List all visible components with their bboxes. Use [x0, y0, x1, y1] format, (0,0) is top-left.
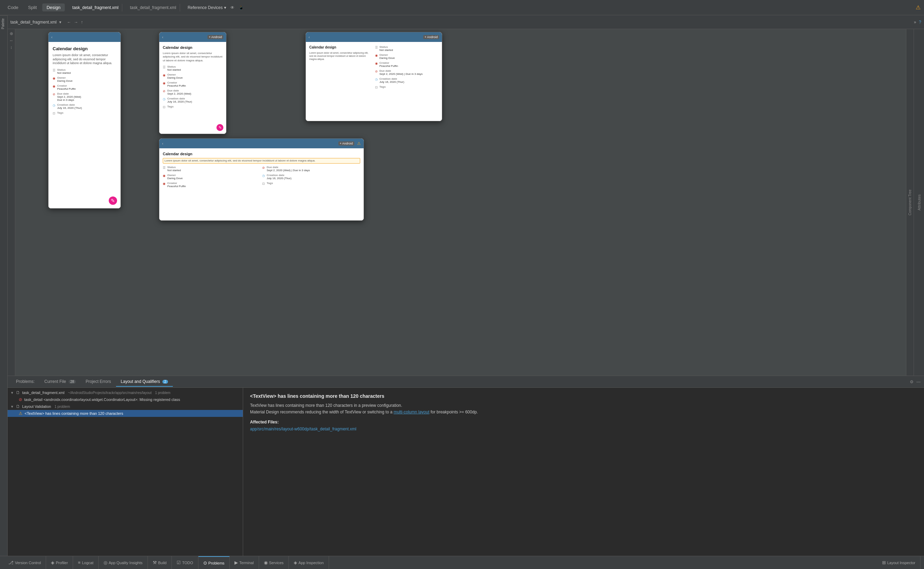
phone2-badge: + Android	[208, 35, 223, 39]
status-build[interactable]: ⚒ Build	[148, 556, 172, 569]
phone1-due-value: Sept 2, 2020 (Wed)	[57, 95, 81, 99]
file-item-2[interactable]: ▼ 🗋 Layout Validation 1 problem	[8, 403, 243, 410]
status-todo[interactable]: ☑ TODO	[172, 556, 199, 569]
nav-back-icon[interactable]: ←	[67, 20, 71, 24]
problems-panel: Problems: Current File 28 Project Errors…	[8, 376, 924, 556]
p2-status-value: Not started	[167, 68, 181, 72]
pan-v-icon[interactable]: ↕	[11, 45, 12, 50]
problems-content: ▼ 🗋 task_detail_fragment.xml ~/AndroidSt…	[8, 388, 924, 556]
help-icon[interactable]: ?	[919, 20, 921, 24]
p3-status-value: Not started	[379, 49, 393, 52]
phone1-back-arrow[interactable]: ‹	[51, 35, 52, 39]
profiler-icon: ◈	[51, 560, 55, 565]
file-name-2: Layout Validation	[22, 405, 51, 409]
nav-up-icon[interactable]: ↑	[81, 20, 83, 24]
file-tab-2[interactable]: task_detail_fragment.xml	[126, 4, 180, 11]
tags-icon: ⊡	[53, 112, 55, 115]
component-tree-label[interactable]: Component Tree	[908, 190, 912, 216]
tab-project-errors[interactable]: Project Errors	[81, 377, 116, 387]
p2-due-value: Sept 2, 2020 (Wed)	[167, 92, 191, 95]
creator-icon: ◉	[53, 85, 55, 88]
view-mode-tabs: Code Split Design	[3, 3, 65, 11]
phone2-back: ‹	[162, 35, 163, 39]
status-profiler[interactable]: ◈ Profiler	[46, 556, 73, 569]
phone2-status-row: ☰ Status Not started	[163, 65, 223, 72]
phone1-due-label: Due date	[57, 92, 81, 95]
status-terminal[interactable]: ▶ Terminal	[230, 556, 259, 569]
main-row: Palette task_detail_fragment.xml ▾ ← → ↑…	[0, 15, 924, 556]
problems-icon: ⊙	[203, 560, 207, 566]
phone1-owner-row: ◉ Owner Daring Dove	[53, 76, 116, 82]
eye-icon[interactable]: 👁	[230, 5, 234, 10]
p4-creation-label: Creation date	[267, 173, 291, 177]
tab-current-file[interactable]: Current File 28	[39, 377, 81, 387]
palette-tab[interactable]: Palette	[0, 15, 7, 32]
expand-icon-1: ▼	[11, 391, 14, 395]
status-logcat[interactable]: ≡ Logcat	[73, 556, 99, 569]
p2-creator-icon: ◉	[163, 81, 165, 85]
collapse-icon[interactable]: —	[916, 379, 921, 384]
phone1-tags-row: ⊡ Tags	[53, 111, 116, 115]
p3-creator-icon: ◉	[375, 62, 378, 65]
design-tab[interactable]: Design	[42, 3, 64, 11]
file-tab-1[interactable]: task_detail_fragment.xml	[69, 4, 122, 11]
phone4-back: ‹	[162, 142, 163, 146]
app-inspection-icon: ◈	[294, 560, 297, 565]
detail-title: <TextView> has lines containing more tha…	[250, 393, 917, 399]
phone-mockup-4: ‹ + Android ⚠ Calendar design Lorem ipsu…	[159, 138, 364, 221]
phone1-status-row: ☰ Status Not started	[53, 68, 116, 75]
pan-h-icon[interactable]: ↔	[9, 38, 14, 43]
problems-tabs-bar: Problems: Current File 28 Project Errors…	[8, 376, 924, 388]
phone1-creator-row: ◉ Creator Peaceful Puffin	[53, 84, 116, 90]
attributes-label[interactable]: Attributes	[917, 195, 921, 210]
tab-layout-qualifiers[interactable]: Layout and Qualifiers 2	[116, 377, 173, 387]
nav-fwd-icon[interactable]: →	[74, 20, 78, 24]
profiler-label: Profiler	[56, 561, 68, 565]
status-bar: ⎇ Version Control ◈ Profiler ≡ Logcat ◎ …	[0, 556, 924, 569]
reference-devices-button[interactable]: Reference Devices ▾	[188, 5, 226, 10]
detail-affected-file[interactable]: app/src/main/res/layout-w600dp/task_deta…	[250, 427, 917, 431]
multi-column-link[interactable]: multi-column layout	[393, 409, 429, 414]
status-app-inspection[interactable]: ◈ App Inspection	[289, 556, 329, 569]
file-path-1: ~/AndroidStudioProjects/trackr/app/src/m…	[68, 391, 152, 395]
phone1-header: ‹	[49, 32, 120, 42]
p4-tags-label: Tags	[267, 182, 273, 185]
status-problems[interactable]: ⊙ Problems	[199, 556, 230, 569]
prob-child-1[interactable]: ⊘ task_detail <androidx.coordinatorlayou…	[8, 396, 243, 403]
status-version-control[interactable]: ⎇ Version Control	[3, 556, 46, 569]
phone3-owner-row: ◉ Owner Daring Dove	[375, 53, 439, 59]
phone2-creator-row: ◉ Creator Peaceful Puffin	[163, 81, 223, 87]
design-canvas: ‹ Calendar design Lorem ipsum dolor sit …	[15, 29, 906, 376]
owner-icon: ◉	[53, 77, 55, 80]
more-actions-icon[interactable]: »	[914, 20, 916, 24]
detail-affected-label: Affected Files:	[250, 420, 917, 424]
status-services[interactable]: ◉ Services	[259, 556, 289, 569]
code-tab[interactable]: Code	[3, 3, 23, 11]
file-item-1[interactable]: ▼ 🗋 task_detail_fragment.xml ~/AndroidSt…	[8, 389, 243, 396]
settings-icon[interactable]: ⚙	[910, 379, 913, 384]
phone1-tags-label: Tags	[57, 111, 64, 114]
status-layout-inspector[interactable]: ⊞ Layout Inspector	[877, 556, 921, 569]
p2-due-icon: ⊘	[163, 90, 165, 93]
phone1-creation-row: ◷ Creation date July 16, 2020 (Thur)	[53, 103, 116, 110]
todo-label: TODO	[182, 561, 193, 565]
phone4-owner-row: ◉ Owner Daring Dove	[163, 173, 261, 180]
reference-devices-label: Reference Devices	[188, 5, 223, 10]
status-app-quality[interactable]: ◎ App Quality Insights	[99, 556, 148, 569]
phone4-due-row: ⊘ Due date Sept 2, 2020 (Wed) | Due in 3…	[262, 166, 360, 172]
creation-icon: ◷	[53, 103, 55, 107]
zoom-icon[interactable]: ⊕	[10, 31, 13, 36]
device-mirror-icon[interactable]: 📱	[239, 5, 244, 10]
phone4-creator-row: ◉ Creator Peaceful Puffin	[163, 182, 261, 188]
phone2-tags-row: ⊡ Tags	[163, 105, 223, 109]
phone2-fab[interactable]: ✎	[217, 124, 223, 131]
phone1-fab[interactable]: ✎	[109, 196, 117, 205]
split-tab[interactable]: Split	[24, 3, 41, 11]
dropdown-chevron[interactable]: ▾	[59, 20, 61, 24]
status-icon: ☰	[53, 68, 55, 72]
p2-tags-label: Tags	[167, 105, 173, 108]
p4-creator-value: Peaceful Puffin	[167, 185, 186, 188]
file-count-1: 1 problem	[155, 391, 170, 395]
services-label: Services	[269, 561, 284, 565]
prob-child-2[interactable]: ⚠ <TextView> has lines containing more t…	[8, 410, 243, 417]
